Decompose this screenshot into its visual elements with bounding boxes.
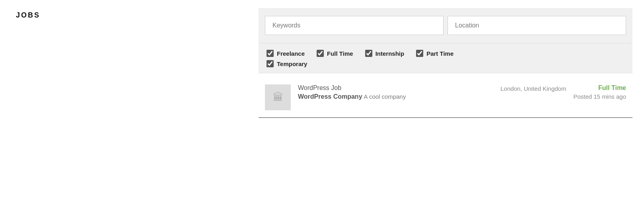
filter-checkbox-temporary[interactable] bbox=[267, 60, 274, 67]
building-icon: 🏛 bbox=[273, 91, 283, 104]
filter-label-part-time: Part Time bbox=[426, 50, 453, 57]
filter-item-freelance[interactable]: Freelance bbox=[267, 50, 305, 57]
filter-item-internship[interactable]: Internship bbox=[365, 50, 405, 57]
job-meta: Full TimePosted 15 mins ago bbox=[573, 84, 626, 100]
filters-bar: FreelanceFull TimeInternshipPart Time Te… bbox=[259, 43, 632, 73]
filter-label-temporary: Temporary bbox=[277, 61, 307, 67]
job-details: WordPress JobWordPress CompanyA cool com… bbox=[298, 84, 493, 100]
filter-row-1: FreelanceFull TimeInternshipPart Time bbox=[267, 50, 625, 57]
filter-item-part-time[interactable]: Part Time bbox=[416, 50, 453, 57]
jobs-list: 🏛WordPress JobWordPress CompanyA cool co… bbox=[259, 73, 632, 122]
job-title: WordPress Job bbox=[298, 84, 493, 92]
location-input[interactable] bbox=[447, 16, 626, 35]
filter-checkbox-full-time[interactable] bbox=[317, 50, 324, 57]
filter-item-temporary[interactable]: Temporary bbox=[267, 60, 307, 67]
job-location: London, United Kingdom bbox=[500, 84, 566, 94]
job-type-badge: Full Time bbox=[573, 84, 626, 92]
search-bar bbox=[259, 8, 632, 43]
page-title: JOBS bbox=[16, 11, 40, 20]
filter-checkbox-part-time[interactable] bbox=[416, 50, 423, 57]
filter-checkbox-freelance[interactable] bbox=[267, 50, 274, 57]
filter-label-full-time: Full Time bbox=[327, 50, 353, 57]
filter-item-full-time[interactable]: Full Time bbox=[317, 50, 353, 57]
company-logo: 🏛 bbox=[265, 84, 291, 110]
job-item: 🏛WordPress JobWordPress CompanyA cool co… bbox=[259, 77, 632, 118]
filter-label-freelance: Freelance bbox=[277, 50, 305, 57]
job-description: A cool company bbox=[364, 93, 406, 100]
filter-label-internship: Internship bbox=[376, 50, 405, 57]
filter-checkbox-internship[interactable] bbox=[365, 50, 372, 57]
job-posted: Posted 15 mins ago bbox=[573, 93, 626, 100]
main-content: FreelanceFull TimeInternshipPart Time Te… bbox=[259, 8, 632, 122]
filter-row-2: Temporary bbox=[267, 60, 625, 67]
keywords-input[interactable] bbox=[265, 16, 444, 35]
job-company: WordPress Company bbox=[298, 93, 362, 100]
